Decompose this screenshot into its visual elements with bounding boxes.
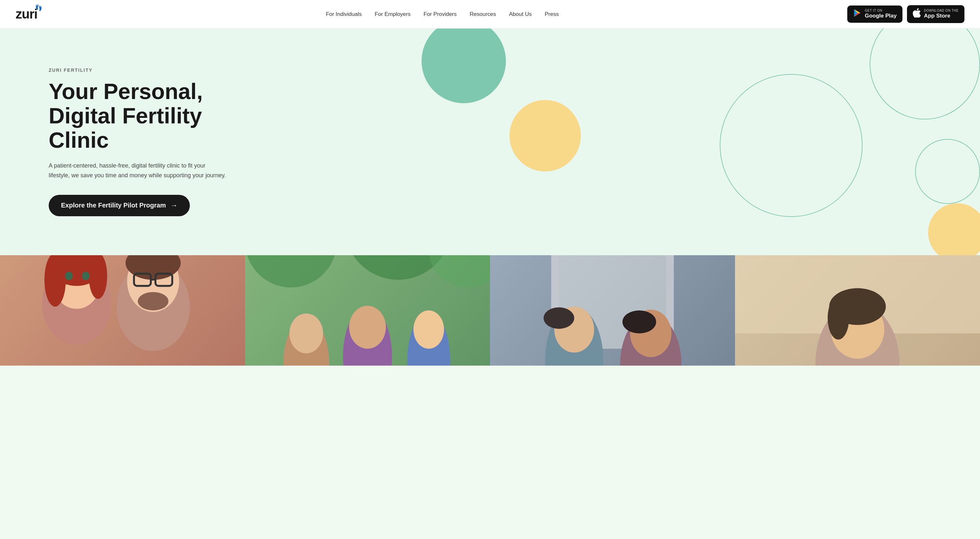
google-play-text: GET IT ON Google Play (865, 9, 897, 19)
card-couple-screen (490, 255, 735, 365)
svg-point-27 (349, 306, 386, 349)
app-store-button[interactable]: Download on the App Store (907, 5, 964, 23)
svg-point-39 (622, 310, 656, 333)
nav-about-us[interactable]: About Us (509, 11, 532, 18)
card-couple-smiling (0, 255, 245, 365)
svg-point-8 (45, 255, 66, 306)
google-play-icon (853, 9, 862, 19)
hero-eyebrow: ZURI FERTILITY (49, 67, 227, 73)
google-play-button[interactable]: GET IT ON Google Play (847, 6, 902, 23)
teal-outline-top-right-shape (870, 29, 980, 120)
apple-icon (913, 8, 921, 20)
teal-blob-shape (422, 29, 506, 103)
hero-content: ZURI FERTILITY Your Personal, Digital Fe… (0, 29, 227, 236)
teal-outline-large-shape (720, 74, 862, 217)
cta-arrow-icon: → (170, 201, 178, 210)
svg-point-36 (544, 307, 574, 329)
svg-point-10 (65, 272, 73, 280)
explore-cta-button[interactable]: Explore the Fertility Pilot Program → (49, 195, 190, 216)
hero-title: Your Personal, Digital Fertility Clinic (49, 79, 227, 152)
nav-resources[interactable]: Resources (469, 11, 496, 18)
card-group-outdoors (245, 255, 490, 365)
explore-cta-label: Explore the Fertility Pilot Program (61, 202, 166, 209)
nav-for-individuals[interactable]: For Individuals (326, 11, 362, 18)
nav-for-employers[interactable]: For Employers (375, 11, 411, 18)
svg-point-25 (290, 313, 323, 353)
hero-description: A patient-centered, hassle-free, digital… (49, 161, 227, 180)
app-store-text: Download on the App Store (924, 9, 959, 19)
teal-outline-small-shape (915, 139, 980, 204)
svg-point-29 (414, 310, 444, 349)
card-office (735, 255, 980, 365)
nav-press[interactable]: Press (544, 11, 558, 18)
logo-footprint-icon: 👣 (35, 4, 42, 11)
logo-text: zuri👣 (16, 7, 37, 21)
cards-strip (0, 255, 980, 365)
nav-for-providers[interactable]: For Providers (423, 11, 457, 18)
logo[interactable]: zuri👣 (16, 7, 37, 21)
nav-app-buttons: GET IT ON Google Play Download on the Ap… (847, 5, 964, 23)
hero-section: ZURI FERTILITY Your Personal, Digital Fe… (0, 29, 980, 255)
svg-point-18 (138, 292, 169, 310)
yellow-blob-shape (509, 100, 581, 171)
svg-point-45 (827, 297, 849, 339)
nav-links: For Individuals For Employers For Provid… (326, 11, 559, 18)
svg-point-11 (82, 272, 89, 280)
navbar: zuri👣 For Individuals For Employers For … (0, 0, 980, 29)
yellow-blob-bottom-right-shape (928, 203, 980, 255)
